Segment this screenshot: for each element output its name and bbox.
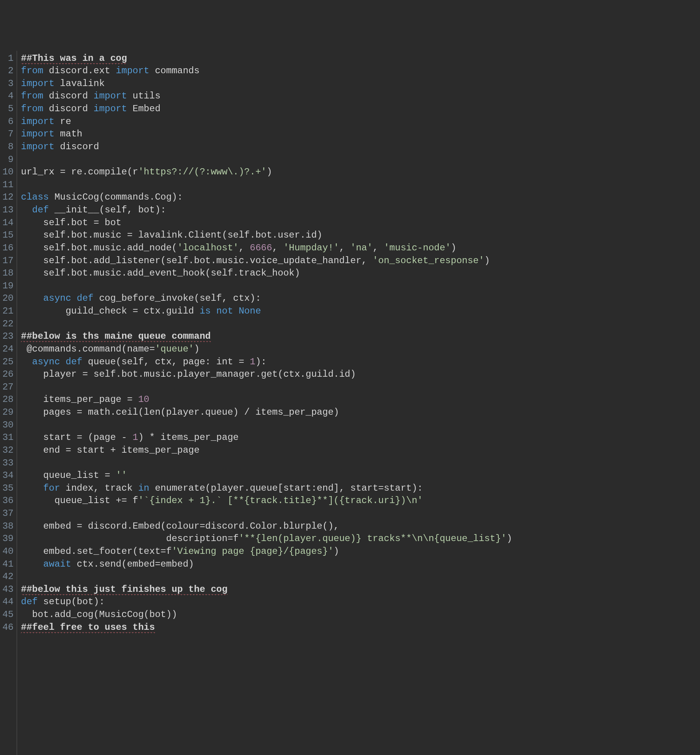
code-token: from xyxy=(21,66,43,76)
code-token: is not xyxy=(200,306,233,316)
code-token: 'on_socket_response' xyxy=(372,255,484,266)
code-token: '`{index + 1}.` [**{track.title}**]({tra… xyxy=(138,495,423,506)
line-number: 19 xyxy=(2,280,14,293)
code-token: embed = discord.Embed(colour=discord.Col… xyxy=(21,521,339,531)
code-line[interactable]: @commands.command(name='queue') xyxy=(21,343,700,356)
code-token: ) xyxy=(484,255,490,266)
line-number: 11 xyxy=(2,179,14,191)
code-line[interactable]: bot.add_cog(MusicCog(bot)) xyxy=(21,608,700,621)
code-token xyxy=(71,293,77,303)
code-line[interactable]: queue_list += f'`{index + 1}.` [**{track… xyxy=(21,495,700,507)
line-number: 9 xyxy=(2,153,14,166)
line-number: 34 xyxy=(2,469,14,482)
line-number: 15 xyxy=(2,229,14,242)
line-number: 23 xyxy=(2,330,14,343)
code-line[interactable]: self.bot.music = lavalink.Client(self.bo… xyxy=(21,229,700,242)
code-line[interactable]: guild_check = ctx.guild is not None xyxy=(21,305,700,318)
code-line[interactable]: import re xyxy=(21,115,700,128)
line-number: 35 xyxy=(2,482,14,495)
code-line[interactable]: async def cog_before_invoke(self, ctx): xyxy=(21,292,700,305)
code-line[interactable]: self.bot.music.add_node('localhost', 666… xyxy=(21,242,700,255)
line-number: 40 xyxy=(2,545,14,558)
code-line[interactable]: from discord import Embed xyxy=(21,103,700,115)
code-token: import xyxy=(21,116,54,127)
code-token: index, track xyxy=(60,483,138,493)
code-line[interactable] xyxy=(21,571,700,583)
code-line[interactable]: self.bot = bot xyxy=(21,217,700,229)
code-token: await xyxy=(43,559,71,569)
code-token: self.bot.add_listener(self.bot.music.voi… xyxy=(21,255,372,266)
code-token: def xyxy=(21,596,38,607)
code-line[interactable] xyxy=(21,179,700,191)
line-number: 1 xyxy=(2,52,14,65)
code-token: ##This was in a cog xyxy=(21,53,127,64)
code-token: from xyxy=(21,91,43,101)
code-token: queue(self, ctx, page: int = xyxy=(82,357,250,367)
code-line[interactable] xyxy=(21,381,700,394)
code-line[interactable] xyxy=(21,153,700,166)
code-token: embed.set_footer(text=f xyxy=(21,546,172,557)
code-line[interactable]: from discord.ext import commands xyxy=(21,65,700,78)
line-number: 42 xyxy=(2,571,14,583)
code-token: lavalink xyxy=(54,78,105,89)
line-number: 16 xyxy=(2,242,14,255)
code-token: MusicCog(commands.Cog): xyxy=(49,192,183,202)
code-line[interactable]: queue_list = '' xyxy=(21,469,700,482)
code-line[interactable]: embed = discord.Embed(colour=discord.Col… xyxy=(21,520,700,533)
code-line[interactable]: ##This was in a cog xyxy=(21,52,700,65)
code-token: 1 xyxy=(250,357,255,367)
code-token: , xyxy=(339,243,350,253)
code-line[interactable]: ##below is ths maine queue command xyxy=(21,330,700,343)
code-area[interactable]: ##This was in a cogfrom discord.ext impo… xyxy=(17,51,700,755)
code-line[interactable]: await ctx.send(embed=embed) xyxy=(21,558,700,571)
code-line[interactable]: def setup(bot): xyxy=(21,596,700,608)
code-line[interactable]: items_per_page = 10 xyxy=(21,393,700,406)
line-number: 32 xyxy=(2,444,14,457)
code-line[interactable]: end = start + items_per_page xyxy=(21,444,700,457)
code-line[interactable]: def __init__(self, bot): xyxy=(21,204,700,217)
line-number: 41 xyxy=(2,558,14,571)
line-number: 33 xyxy=(2,457,14,470)
code-line[interactable]: ##feel free to uses this xyxy=(21,621,700,634)
code-line[interactable]: description=f'**{len(player.queue)} trac… xyxy=(21,533,700,545)
code-token: self.bot.music.add_node( xyxy=(21,243,177,253)
code-line[interactable] xyxy=(21,280,700,293)
code-line[interactable] xyxy=(21,419,700,432)
code-token: for xyxy=(43,483,60,493)
code-line[interactable]: class MusicCog(commands.Cog): xyxy=(21,191,700,204)
code-line[interactable]: self.bot.add_listener(self.bot.music.voi… xyxy=(21,255,700,267)
code-line[interactable]: url_rx = re.compile(r'https?://(?:www\.)… xyxy=(21,166,700,179)
code-line[interactable]: start = (page - 1) * items_per_page xyxy=(21,431,700,444)
code-token: commands xyxy=(149,66,200,76)
code-token: async xyxy=(43,293,71,303)
code-line[interactable]: import discord xyxy=(21,141,700,153)
code-line[interactable]: pages = math.ceil(len(player.queue) / it… xyxy=(21,406,700,419)
code-token: , xyxy=(239,243,250,253)
line-number: 7 xyxy=(2,128,14,141)
line-number: 3 xyxy=(2,78,14,90)
code-line[interactable] xyxy=(21,318,700,331)
code-token: 10 xyxy=(138,394,149,405)
line-number: 45 xyxy=(2,608,14,621)
code-line[interactable]: import math xyxy=(21,128,700,141)
code-token: items_per_page = xyxy=(21,394,138,405)
code-line[interactable]: from discord import utils xyxy=(21,90,700,103)
code-line[interactable] xyxy=(21,457,700,470)
code-line[interactable]: for index, track in enumerate(player.que… xyxy=(21,482,700,495)
code-line[interactable]: player = self.bot.music.player_manager.g… xyxy=(21,368,700,381)
code-token: 'Humpday!' xyxy=(283,243,339,253)
line-number: 44 xyxy=(2,596,14,608)
code-line[interactable]: import lavalink xyxy=(21,78,700,90)
code-token: queue_list += f xyxy=(21,495,138,506)
line-number: 12 xyxy=(2,191,14,204)
code-token: re xyxy=(54,116,71,127)
code-line[interactable] xyxy=(21,507,700,520)
code-token xyxy=(21,357,32,367)
code-line[interactable]: self.bot.music.add_event_hook(self.track… xyxy=(21,267,700,280)
code-token: 1 xyxy=(133,432,138,443)
code-line[interactable]: ##below this just finishes up the cog xyxy=(21,583,700,596)
code-line[interactable]: async def queue(self, ctx, page: int = 1… xyxy=(21,356,700,369)
code-line[interactable]: embed.set_footer(text=f'Viewing page {pa… xyxy=(21,545,700,558)
line-number: 25 xyxy=(2,356,14,369)
code-token: __init__(self, bot): xyxy=(49,205,166,215)
